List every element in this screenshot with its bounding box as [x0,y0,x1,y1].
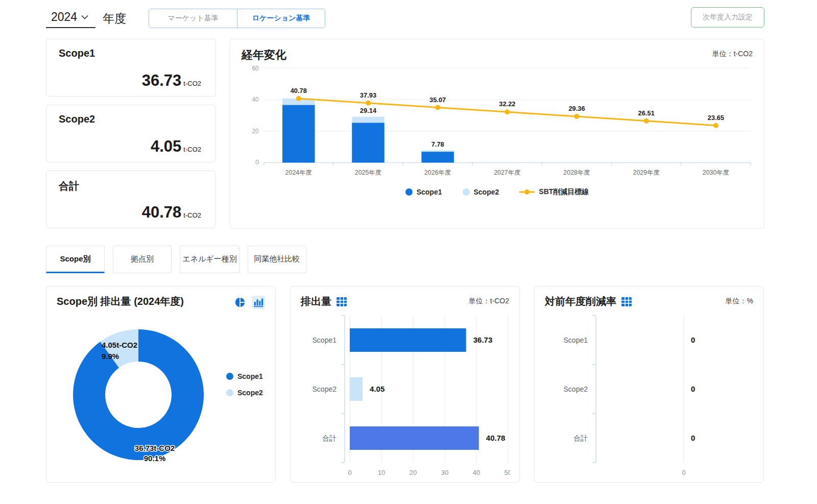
svg-text:20: 20 [252,128,259,135]
svg-text:26.51: 26.51 [638,109,655,117]
svg-text:10: 10 [378,469,385,476]
summary-column: Scope1 36.73t-CO2 Scope2 4.05t-CO2 合計 40… [46,39,216,229]
scope2-card-value: 4.05 [151,137,181,155]
emissions-bar-panel: 排出量 単位：t-CO2 01020304050Scope136.73Scope… [290,286,520,483]
trend-legend: Scope1 Scope2 SBT削減目標線 [242,187,753,197]
donut-legend: Scope1 Scope2 [226,372,263,397]
sbt-line-icon [519,189,535,195]
svg-text:2024年度: 2024年度 [285,169,312,176]
pie-chart-icon[interactable] [234,297,246,308]
tab-site[interactable]: 拠点別 [113,246,172,273]
svg-text:2028年度: 2028年度 [563,169,590,176]
scope2-legend-label: Scope2 [237,389,263,397]
trend-chart-title: 経年変化 [242,47,286,63]
tab-peer-comparison[interactable]: 同業他社比較 [248,246,306,273]
svg-text:32.22: 32.22 [499,100,515,108]
svg-text:40: 40 [473,469,480,476]
tab-energy-type[interactable]: エネルギー種別 [180,246,239,273]
market-basis-button[interactable]: マーケット基準 [149,9,237,28]
svg-text:36.73: 36.73 [473,335,493,344]
scope-donut-chart: 4.05t-CO29.9%36.73t-CO290.1% [59,316,218,476]
scope1-card-value: 36.73 [142,71,182,89]
svg-text:40.78: 40.78 [291,87,307,94]
svg-text:7.78: 7.78 [431,140,444,148]
scope-donut-panel: Scope別 排出量 (2024年度) 4.05t-CO29.9%36.73t-… [46,286,276,483]
svg-text:合計: 合計 [322,434,337,442]
reduction-panel-title: 対前年度削減率 [545,295,616,308]
scope1-card-label: Scope1 [59,47,204,59]
svg-text:36.73t-CO2: 36.73t-CO2 [135,444,175,452]
svg-text:2026年度: 2026年度 [424,169,451,176]
table-view-icon[interactable] [621,297,632,307]
legend-item-sbt-line[interactable]: SBT削減目標線 [519,187,589,197]
location-basis-button[interactable]: ロケーション基準 [237,9,325,28]
donut-legend-scope2[interactable]: Scope2 [226,389,263,397]
emissions-bar-chart: 01020304050Scope136.73Scope24.05合計40.78 [301,308,509,482]
year-suffix-label: 年度 [103,11,126,27]
chevron-down-icon [81,15,88,19]
detail-panels-row: Scope別 排出量 (2024年度) 4.05t-CO29.9%36.73t-… [46,286,764,483]
basis-toggle-group: マーケット基準 ロケーション基準 [149,9,325,28]
yoy-reduction-chart: 0Scope10Scope20合計0 [545,308,753,482]
category-tabs: Scope別 拠点別 エネルギー種別 同業他社比較 [46,246,764,273]
scope2-summary-card: Scope2 4.05t-CO2 [46,105,216,162]
svg-text:4.05: 4.05 [370,385,385,393]
svg-text:Scope2: Scope2 [564,385,588,393]
summary-trend-row: Scope1 36.73t-CO2 Scope2 4.05t-CO2 合計 40… [46,39,764,229]
svg-text:2027年度: 2027年度 [494,169,520,176]
svg-text:9.9%: 9.9% [102,352,119,361]
svg-text:Scope1: Scope1 [564,336,588,344]
svg-text:40: 40 [252,96,259,103]
svg-text:Scope2: Scope2 [313,385,337,393]
year-select[interactable]: 2024 [46,9,95,28]
legend-item-scope2[interactable]: Scope2 [463,188,499,196]
svg-text:0: 0 [348,469,351,476]
total-summary-card: 合計 40.78t-CO2 [46,171,216,228]
reduction-unit-label: 単位：% [726,297,753,306]
svg-text:90.1%: 90.1% [144,454,166,463]
svg-text:0: 0 [691,385,695,393]
top-bar: 2024 年度 マーケット基準 ロケーション基準 次年度入力設定 [46,7,764,30]
table-view-icon[interactable] [336,297,347,307]
svg-text:30: 30 [441,469,448,476]
svg-text:合計: 合計 [573,434,588,442]
svg-text:20: 20 [410,469,417,476]
svg-text:37.93: 37.93 [360,91,376,99]
trend-unit-label: 単位：t-CO2 [712,50,753,59]
svg-text:2030年度: 2030年度 [703,169,729,176]
scope2-card-unit: t-CO2 [183,146,201,153]
svg-text:2025年度: 2025年度 [355,169,381,176]
year-value: 2024 [51,10,77,24]
svg-text:2029年度: 2029年度 [633,169,660,176]
tab-scope[interactable]: Scope別 [46,246,105,273]
total-card-value: 40.78 [142,203,182,221]
scope2-legend-dot [463,188,470,196]
donut-legend-scope1[interactable]: Scope1 [226,372,263,380]
scope1-legend-label: Scope1 [237,372,263,380]
next-year-settings-button[interactable]: 次年度入力設定 [691,7,764,28]
trend-chart: 02040602024年度29.142025年度7.782026年度2027年度… [242,63,753,183]
scope1-legend-label: Scope1 [417,188,442,196]
svg-text:50: 50 [504,469,510,476]
dashboard-page: 2024 年度 マーケット基準 ロケーション基準 次年度入力設定 Scope1 … [0,0,764,483]
total-card-unit: t-CO2 [183,211,201,219]
donut-panel-title: Scope別 排出量 (2024年度) [57,295,184,308]
svg-text:0: 0 [255,159,259,166]
total-card-label: 合計 [59,179,204,193]
svg-text:35.07: 35.07 [429,96,446,104]
scope1-card-unit: t-CO2 [183,80,201,87]
trend-chart-card: 経年変化 単位：t-CO2 02040602024年度29.142025年度7.… [230,39,764,229]
legend-item-scope1[interactable]: Scope1 [405,188,442,196]
yoy-reduction-panel: 対前年度削減率 単位：% 0Scope10Scope20合計0 [534,286,764,483]
svg-text:29.14: 29.14 [360,107,377,114]
scope2-legend-label: Scope2 [474,188,499,196]
sbt-legend-label: SBT削減目標線 [539,187,589,197]
svg-text:Scope1: Scope1 [313,336,337,344]
svg-text:29.36: 29.36 [568,105,585,112]
scope2-legend-dot [226,389,233,396]
svg-text:0: 0 [691,335,695,344]
scope2-card-label: Scope2 [59,113,204,125]
bar-chart-icon[interactable] [252,296,265,309]
emissions-unit-label: 単位：t-CO2 [469,297,509,306]
scope1-summary-card: Scope1 36.73t-CO2 [46,39,216,97]
